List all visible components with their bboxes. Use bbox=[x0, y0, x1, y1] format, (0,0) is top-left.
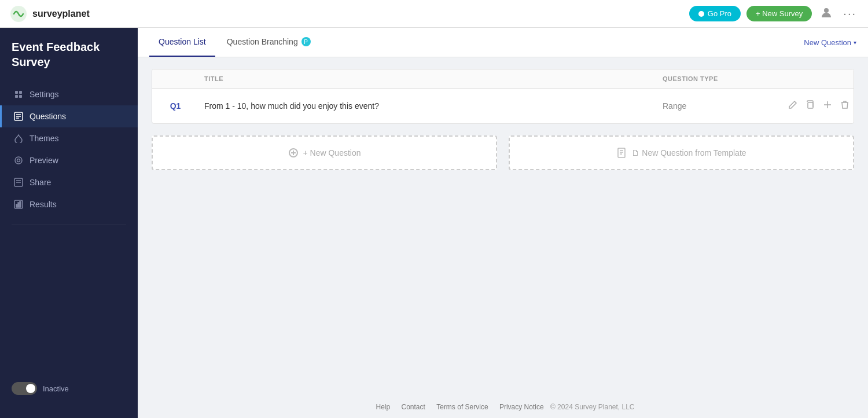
sidebar-divider bbox=[12, 225, 126, 225]
logo-text: surveyplanet bbox=[32, 9, 90, 19]
footer-help-link[interactable]: Help bbox=[376, 403, 390, 411]
logo-area: surveyplanet bbox=[9, 5, 90, 23]
copy-question-button[interactable] bbox=[803, 98, 817, 114]
sidebar-item-share[interactable]: Share bbox=[0, 171, 138, 193]
edit-question-button[interactable] bbox=[786, 98, 800, 114]
app-header: surveyplanet Go Pro + New Survey ··· bbox=[0, 0, 868, 28]
preview-icon bbox=[13, 155, 24, 166]
add-question-row: + New Question 🗋 New Question from Templ… bbox=[152, 135, 854, 170]
pro-badge: P bbox=[301, 37, 311, 46]
themes-icon bbox=[13, 133, 24, 144]
more-options-icon: ··· bbox=[843, 7, 856, 20]
col-type-header: QUESTION TYPE bbox=[657, 75, 784, 82]
footer: Help Contact Terms of Service Privacy No… bbox=[138, 396, 868, 418]
chevron-down-icon: ▾ bbox=[854, 39, 856, 46]
footer-contact-link[interactable]: Contact bbox=[402, 403, 425, 411]
add-from-template-box[interactable]: 🗋 New Question from Template bbox=[509, 135, 854, 170]
copy-icon bbox=[806, 100, 815, 109]
svg-rect-16 bbox=[16, 204, 17, 207]
svg-point-10 bbox=[15, 157, 22, 164]
content-area: Question List Question Branching P New Q… bbox=[138, 28, 868, 418]
tab-question-list-label: Question List bbox=[159, 37, 206, 46]
toggle-row: Inactive bbox=[12, 382, 126, 395]
tab-question-branching[interactable]: Question Branching P bbox=[218, 28, 320, 57]
new-question-button[interactable]: New Question ▾ bbox=[804, 38, 856, 47]
more-options-button[interactable]: ··· bbox=[841, 5, 859, 23]
svg-point-11 bbox=[17, 159, 20, 162]
sidebar-item-results[interactable]: Results bbox=[0, 193, 138, 215]
sidebar-item-settings-label: Settings bbox=[30, 90, 59, 99]
svg-rect-19 bbox=[808, 102, 813, 108]
plus-icon bbox=[823, 100, 832, 109]
delete-question-button[interactable] bbox=[838, 98, 852, 114]
header-actions: Go Pro + New Survey ··· bbox=[689, 3, 859, 24]
questions-icon bbox=[13, 111, 24, 122]
results-icon bbox=[13, 199, 24, 210]
question-table: TITLE QUESTION TYPE Q1 From 1 - 10, how … bbox=[152, 69, 854, 124]
svg-rect-4 bbox=[15, 95, 18, 98]
avatar-icon bbox=[820, 6, 833, 19]
new-survey-label: + New Survey bbox=[756, 9, 803, 18]
svg-rect-5 bbox=[19, 95, 22, 98]
sidebar-item-settings[interactable]: Settings bbox=[0, 83, 138, 105]
avatar-button[interactable] bbox=[818, 3, 835, 24]
question-actions bbox=[784, 98, 854, 114]
active-toggle[interactable] bbox=[12, 382, 37, 395]
main-layout: Event Feedback Survey Settings Questions… bbox=[0, 28, 868, 418]
add-from-template-label: 🗋 New Question from Template bbox=[631, 148, 746, 157]
svg-rect-18 bbox=[20, 201, 21, 207]
template-icon bbox=[616, 148, 627, 158]
sidebar-item-results-label: Results bbox=[30, 200, 57, 209]
sidebar-item-share-label: Share bbox=[30, 178, 51, 187]
sidebar-nav: Settings Questions Themes Preview bbox=[0, 83, 138, 215]
svg-rect-2 bbox=[15, 91, 18, 94]
question-type: Range bbox=[657, 101, 784, 111]
gopro-button[interactable]: Go Pro bbox=[689, 6, 741, 21]
svg-rect-3 bbox=[19, 91, 22, 94]
survey-title: Event Feedback Survey bbox=[0, 39, 138, 83]
sidebar-item-preview-label: Preview bbox=[30, 156, 58, 165]
sidebar-item-themes[interactable]: Themes bbox=[0, 127, 138, 149]
sidebar-item-themes-label: Themes bbox=[30, 134, 59, 143]
tabs-bar: Question List Question Branching P New Q… bbox=[138, 28, 868, 57]
tabs-left: Question List Question Branching P bbox=[149, 28, 322, 57]
add-question-inline-button[interactable] bbox=[821, 98, 834, 114]
sidebar: Event Feedback Survey Settings Questions… bbox=[0, 28, 138, 418]
table-header: TITLE QUESTION TYPE bbox=[152, 69, 854, 89]
new-survey-button[interactable]: + New Survey bbox=[746, 6, 812, 21]
sidebar-item-preview[interactable]: Preview bbox=[0, 149, 138, 171]
question-number: Q1 bbox=[152, 101, 198, 111]
question-title: From 1 - 10, how much did you enjoy this… bbox=[198, 101, 657, 111]
add-new-question-label: + New Question bbox=[303, 148, 361, 157]
add-icon bbox=[288, 148, 299, 158]
footer-copyright: © 2024 Survey Planet, LLC bbox=[550, 403, 635, 411]
footer-terms-link[interactable]: Terms of Service bbox=[436, 403, 488, 411]
svg-rect-25 bbox=[618, 148, 625, 157]
tab-question-list[interactable]: Question List bbox=[149, 28, 215, 57]
share-icon bbox=[13, 177, 24, 188]
svg-point-1 bbox=[824, 8, 829, 13]
add-new-question-box[interactable]: + New Question bbox=[152, 135, 497, 170]
new-question-label: New Question bbox=[804, 38, 851, 47]
toggle-label: Inactive bbox=[43, 384, 69, 393]
col-title-header: TITLE bbox=[198, 75, 657, 82]
sidebar-item-questions-label: Questions bbox=[30, 112, 66, 121]
gopro-label: Go Pro bbox=[708, 9, 731, 18]
question-list-area: TITLE QUESTION TYPE Q1 From 1 - 10, how … bbox=[138, 57, 868, 396]
tab-question-branching-label: Question Branching bbox=[227, 37, 298, 46]
edit-icon bbox=[788, 100, 797, 109]
gopro-dot bbox=[698, 11, 704, 17]
sidebar-bottom: Inactive bbox=[0, 371, 138, 406]
footer-privacy-link[interactable]: Privacy Notice bbox=[499, 403, 544, 411]
logo-icon bbox=[9, 5, 28, 23]
trash-icon bbox=[840, 100, 849, 109]
table-row: Q1 From 1 - 10, how much did you enjoy t… bbox=[152, 89, 854, 123]
settings-icon bbox=[13, 89, 24, 100]
sidebar-item-questions[interactable]: Questions bbox=[0, 105, 138, 127]
svg-rect-17 bbox=[18, 203, 19, 207]
